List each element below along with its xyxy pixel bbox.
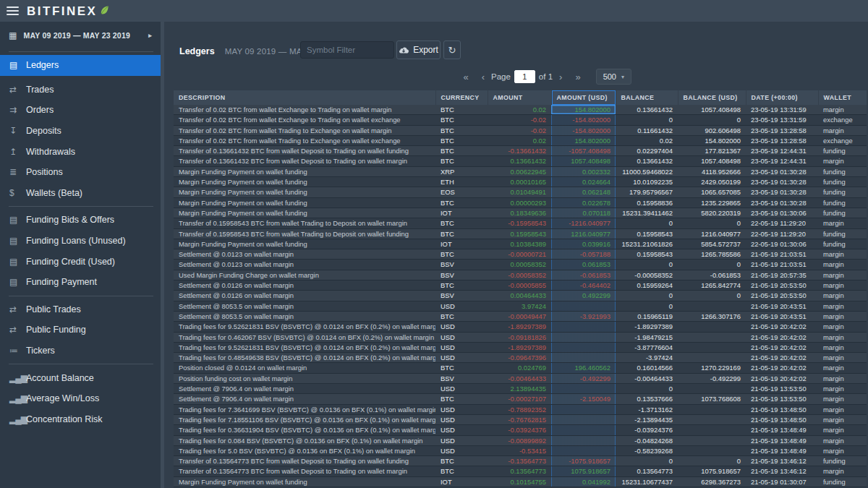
cell-amount[interactable]: 0.02 bbox=[488, 135, 551, 145]
cell-balance-usd[interactable]: 6298.367273 bbox=[678, 476, 746, 487]
cell-balance[interactable]: 0.02297404 bbox=[616, 146, 678, 156]
cell-wallet[interactable]: margin bbox=[818, 404, 867, 414]
cell-currency[interactable]: BTC bbox=[435, 146, 488, 156]
cell-description[interactable]: Trading fees for 9.52621831 BSV (BSVBTC)… bbox=[174, 342, 435, 352]
cell-balance[interactable]: -1.89297389 bbox=[616, 322, 678, 332]
cell-amount[interactable]: -0.13564773 bbox=[488, 456, 551, 466]
cell-balance-usd[interactable]: 1075.918657 bbox=[678, 466, 746, 476]
cell-description[interactable]: Margin Funding Payment on wallet funding bbox=[174, 207, 435, 218]
cell-currency[interactable]: IOT bbox=[435, 207, 488, 218]
column-header-description[interactable]: DESCRIPTION bbox=[174, 90, 435, 105]
cell-currency[interactable]: ETH bbox=[435, 177, 488, 187]
cell-balance-usd[interactable]: 1073.768608 bbox=[678, 394, 746, 404]
sidebar-item-public-trades[interactable]: ⇄ Public Trades bbox=[0, 299, 161, 320]
sidebar-item-funding-credit-used[interactable]: ▤ Funding Credit (Used) bbox=[0, 251, 161, 272]
cell-date[interactable]: 21-05-19 13:53:50 bbox=[746, 384, 818, 394]
cell-balance[interactable]: 0.15958836 bbox=[616, 197, 678, 207]
cell-date[interactable]: 23-05-19 13:28:58 bbox=[746, 125, 818, 135]
cell-balance-usd[interactable]: 1266.307176 bbox=[678, 311, 746, 321]
cell-amount[interactable]: 0.10154755 bbox=[488, 476, 551, 487]
cell-wallet[interactable]: margin bbox=[818, 425, 867, 435]
symbol-filter-input[interactable] bbox=[300, 41, 394, 59]
cell-date[interactable]: 21-05-19 20:53:50 bbox=[746, 281, 818, 291]
cell-balance[interactable]: -3.87776604 bbox=[616, 342, 678, 352]
cell-amount-usd[interactable]: -3.921993 bbox=[551, 311, 616, 321]
cell-balance[interactable]: 10.01092235 bbox=[616, 177, 678, 187]
cell-description[interactable]: Transfer of 0.15958543 BTC from wallet T… bbox=[174, 218, 435, 228]
cell-amount[interactable]: -0.00049447 bbox=[488, 311, 551, 321]
cell-wallet[interactable]: margin bbox=[818, 373, 867, 383]
cell-amount-usd[interactable]: -0.061853 bbox=[551, 270, 616, 280]
cell-amount-usd[interactable]: 0.024664 bbox=[551, 177, 616, 187]
cell-balance-usd[interactable] bbox=[678, 404, 746, 414]
cell-balance-usd[interactable]: 1265.842774 bbox=[678, 281, 746, 291]
cell-balance[interactable]: 0.15959264 bbox=[616, 281, 678, 291]
cell-wallet[interactable]: margin bbox=[818, 332, 867, 342]
cell-amount[interactable]: 0.00000293 bbox=[488, 197, 551, 207]
cell-amount[interactable]: -0.02 bbox=[488, 125, 551, 135]
cell-currency[interactable]: BSV bbox=[435, 373, 488, 383]
sidebar-item-deposits[interactable]: ↧ Deposits bbox=[0, 121, 161, 142]
cell-balance-usd[interactable] bbox=[678, 445, 746, 455]
cell-amount-usd[interactable] bbox=[551, 445, 616, 455]
cell-balance-usd[interactable]: 1216.040977 bbox=[678, 228, 746, 239]
cell-wallet[interactable]: margin bbox=[818, 435, 867, 445]
cell-amount[interactable]: -1.89297389 bbox=[488, 342, 551, 352]
cell-date[interactable]: 21-05-19 20:42:02 bbox=[746, 373, 818, 383]
sidebar-item-positions[interactable]: ≣ Positions bbox=[0, 162, 161, 183]
cell-description[interactable]: Margin Funding Payment on wallet funding bbox=[174, 187, 435, 197]
cell-description[interactable]: Position funding cost on wallet margin bbox=[174, 373, 435, 383]
cell-amount-usd[interactable] bbox=[551, 332, 616, 342]
cell-description[interactable]: Settlement @ 8053.5 on wallet margin bbox=[174, 311, 435, 321]
cell-date[interactable]: 23-05-19 01:30:28 bbox=[746, 177, 818, 187]
column-header-amount[interactable]: AMOUNT bbox=[488, 90, 551, 105]
cell-balance-usd[interactable] bbox=[678, 322, 746, 332]
sidebar-item-public-funding[interactable]: ⇄ Public Funding bbox=[0, 320, 161, 341]
cell-description[interactable]: Transfer of 0.13661432 BTC from wallet D… bbox=[174, 156, 435, 166]
next-page-button[interactable]: › bbox=[553, 72, 569, 82]
cell-balance[interactable]: 0.02 bbox=[616, 135, 678, 145]
cell-balance[interactable]: -2.13894435 bbox=[616, 414, 678, 424]
cell-description[interactable]: Settlement @ 8053.5 on wallet margin bbox=[174, 301, 435, 311]
cell-amount-usd[interactable]: -2.150049 bbox=[551, 394, 616, 404]
cell-currency[interactable]: USD bbox=[435, 414, 488, 424]
cell-amount[interactable]: -0.09181826 bbox=[488, 332, 551, 342]
cell-wallet[interactable]: exchange bbox=[818, 135, 867, 145]
cell-amount[interactable]: -0.00464433 bbox=[488, 373, 551, 383]
column-header-amount-usd[interactable]: AMOUNT (USD) bbox=[551, 90, 616, 105]
cell-wallet[interactable]: margin bbox=[818, 363, 867, 373]
cell-balance-usd[interactable]: 154.802000 bbox=[678, 135, 746, 145]
cell-description[interactable]: Settlement @ 7906.4 on wallet margin bbox=[174, 394, 435, 404]
cell-balance-usd[interactable]: 5854.572737 bbox=[678, 239, 746, 249]
cell-amount-usd[interactable]: 0.039916 bbox=[551, 239, 616, 249]
prev-page-button[interactable]: ‹ bbox=[475, 72, 491, 82]
page-size-select[interactable]: 500 ▾ bbox=[596, 69, 631, 85]
cell-date[interactable]: 21-05-19 20:57:35 bbox=[746, 270, 818, 280]
cell-amount-usd[interactable]: -1075.918657 bbox=[551, 456, 616, 466]
cell-wallet[interactable]: margin bbox=[818, 105, 867, 115]
cell-amount-usd[interactable] bbox=[551, 414, 616, 424]
cell-amount-usd[interactable]: -0.492299 bbox=[551, 373, 616, 383]
cell-balance-usd[interactable] bbox=[678, 414, 746, 424]
cell-amount-usd[interactable] bbox=[551, 425, 616, 435]
cell-description[interactable]: Transfer of 0.13564773 BTC from wallet D… bbox=[174, 466, 435, 476]
cell-description[interactable]: Transfer of 0.15958543 BTC from wallet T… bbox=[174, 228, 435, 239]
cell-balance-usd[interactable]: 902.606498 bbox=[678, 125, 746, 135]
sidebar-item-concentration-risk[interactable]: ▂▄▆ Concentration Risk bbox=[0, 409, 161, 430]
cell-amount[interactable]: 3.97424 bbox=[488, 301, 551, 311]
cell-balance[interactable]: 0.16014566 bbox=[616, 363, 678, 373]
cell-balance[interactable]: -3.97424 bbox=[616, 353, 678, 363]
cell-description[interactable]: Position closed @ 0.0124 on wallet margi… bbox=[174, 363, 435, 373]
cell-date[interactable]: 23-05-19 01:30:06 bbox=[746, 207, 818, 218]
cell-wallet[interactable]: margin bbox=[818, 291, 867, 301]
cell-amount-usd[interactable] bbox=[551, 322, 616, 332]
cell-balance[interactable]: 179.95796567 bbox=[616, 187, 678, 197]
cell-amount[interactable]: 0.00464433 bbox=[488, 291, 551, 301]
cell-currency[interactable]: IOT bbox=[435, 239, 488, 249]
refresh-button[interactable]: ↻ bbox=[443, 40, 461, 59]
cell-wallet[interactable]: margin bbox=[818, 301, 867, 311]
cell-currency[interactable]: BTC bbox=[435, 115, 488, 125]
cell-description[interactable]: Used Margin Funding Charge on wallet mar… bbox=[174, 270, 435, 280]
cell-currency[interactable]: BTC bbox=[435, 218, 488, 228]
cell-date[interactable]: 21-05-19 13:48:49 bbox=[746, 435, 818, 445]
